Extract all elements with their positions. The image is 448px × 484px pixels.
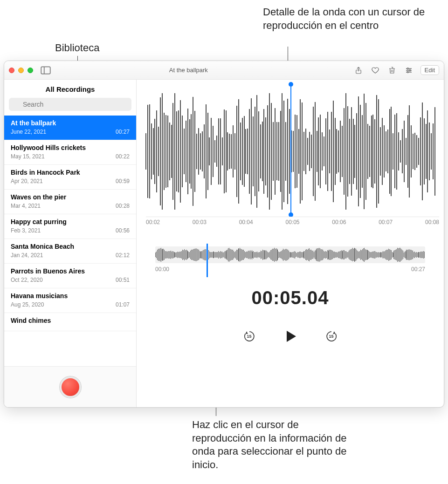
recording-item[interactable]: Birds in Hancock Park Apr 20, 202100:59 bbox=[4, 165, 136, 190]
recording-duration: 00:56 bbox=[116, 227, 130, 234]
playhead-knob-top[interactable] bbox=[289, 82, 293, 87]
recording-date: Feb 3, 2021 bbox=[11, 227, 41, 234]
overview-end-time: 00:27 bbox=[411, 266, 425, 273]
toolbar-right: Edit bbox=[353, 65, 439, 75]
recording-title: Parrots in Buenos Aires bbox=[11, 267, 130, 275]
recording-duration: 00:59 bbox=[116, 178, 130, 184]
sidebar-footer bbox=[4, 366, 136, 407]
sidebar: All Recordings At the ballpark June 22, … bbox=[4, 80, 137, 407]
recording-item[interactable]: Happy cat purring Feb 3, 202100:56 bbox=[4, 214, 136, 239]
favorite-icon[interactable] bbox=[370, 65, 380, 75]
skip-back-amount: 15 bbox=[247, 334, 251, 339]
minimize-window-button[interactable] bbox=[18, 68, 24, 73]
playhead-detail[interactable] bbox=[290, 84, 291, 215]
titlebar: At the ballpark Edit bbox=[4, 61, 444, 80]
svg-point-7 bbox=[409, 69, 410, 71]
recording-duration: 00:27 bbox=[116, 129, 130, 135]
time-tick: 00:02 bbox=[146, 219, 160, 228]
recording-title: Birds in Hancock Park bbox=[11, 169, 130, 176]
skip-back-button[interactable]: 15 bbox=[240, 327, 259, 346]
recording-date: June 22, 2021 bbox=[11, 129, 46, 135]
time-tick: 00:03 bbox=[193, 219, 207, 228]
transport-controls: 15 15 bbox=[137, 327, 444, 346]
settings-sliders-icon[interactable] bbox=[404, 65, 414, 75]
close-window-button[interactable] bbox=[9, 68, 14, 73]
svg-point-8 bbox=[407, 71, 408, 73]
recording-title: Havana musicians bbox=[11, 292, 130, 300]
time-tick: 00:07 bbox=[379, 219, 393, 228]
recording-date: Apr 20, 2021 bbox=[11, 178, 43, 184]
recording-date: Aug 25, 2020 bbox=[11, 301, 44, 308]
skip-forward-amount: 15 bbox=[329, 334, 333, 339]
trash-icon[interactable] bbox=[387, 65, 397, 75]
search-input[interactable] bbox=[9, 98, 131, 111]
recording-item[interactable]: Wind chimes bbox=[4, 313, 136, 331]
recording-title: At the ballpark bbox=[11, 119, 130, 127]
sidebar-header: All Recordings bbox=[4, 80, 136, 98]
recording-duration: 00:22 bbox=[116, 153, 130, 160]
svg-point-6 bbox=[407, 68, 408, 69]
recording-title: Hollywood Hills crickets bbox=[11, 144, 130, 151]
time-tick: 00:06 bbox=[332, 219, 346, 228]
recording-date: Oct 22, 2020 bbox=[11, 277, 43, 283]
recording-title: Santa Monica Beach bbox=[11, 243, 130, 250]
recording-date: May 15, 2021 bbox=[11, 153, 45, 160]
recording-title: Wind chimes bbox=[11, 317, 130, 324]
recording-title: Waves on the pier bbox=[11, 193, 130, 201]
edit-button[interactable]: Edit bbox=[420, 65, 439, 75]
time-tick: 00:05 bbox=[285, 219, 299, 228]
recording-title: Happy cat purring bbox=[11, 218, 130, 225]
recordings-list: At the ballpark June 22, 202100:27Hollyw… bbox=[4, 116, 136, 366]
callout-waveform-detail: Detalle de la onda con un cursor de repr… bbox=[263, 6, 440, 32]
waveform-detail[interactable]: 00:0200:0300:0400:0500:0600:0700:08 bbox=[137, 88, 444, 228]
recording-item[interactable]: Santa Monica Beach Jan 24, 202102:12 bbox=[4, 239, 136, 264]
time-tick: 00:08 bbox=[425, 219, 439, 228]
recording-date: Jan 24, 2021 bbox=[11, 252, 43, 259]
play-button[interactable] bbox=[281, 327, 300, 346]
recording-item[interactable]: Havana musicians Aug 25, 202001:07 bbox=[4, 288, 136, 313]
share-icon[interactable] bbox=[353, 65, 364, 75]
recording-item[interactable]: At the ballpark June 22, 202100:27 bbox=[4, 116, 136, 140]
skip-forward-button[interactable]: 15 bbox=[322, 327, 341, 346]
recording-item[interactable]: Waves on the pier Mar 4, 202100:28 bbox=[4, 190, 136, 214]
callout-library: Biblioteca bbox=[55, 41, 99, 55]
playhead-overview[interactable] bbox=[207, 244, 208, 277]
overview-start-time: 00:00 bbox=[155, 266, 169, 273]
time-tick: 00:04 bbox=[239, 219, 253, 228]
recording-item[interactable]: Parrots in Buenos Aires Oct 22, 202000:5… bbox=[4, 264, 136, 288]
recording-duration: 01:07 bbox=[116, 301, 130, 308]
waveform-overview[interactable]: 00:00 00:27 bbox=[155, 246, 425, 274]
main-panel: 00:0200:0300:0400:0500:0600:0700:08 00:0… bbox=[137, 80, 444, 407]
app-window: At the ballpark Edit All Recordings bbox=[4, 61, 444, 408]
recording-item[interactable]: Hollywood Hills crickets May 15, 202100:… bbox=[4, 140, 136, 165]
callout-playhead-click: Haz clic en el cursor de reproducción en… bbox=[192, 418, 351, 471]
timecode-display: 00:05.04 bbox=[137, 287, 444, 308]
recording-duration: 00:28 bbox=[116, 203, 130, 209]
recording-date: Mar 4, 2021 bbox=[11, 203, 41, 209]
record-button[interactable] bbox=[60, 376, 81, 398]
waveform-time-axis: 00:0200:0300:0400:0500:0600:0700:08 bbox=[146, 217, 439, 228]
recording-duration: 00:51 bbox=[116, 277, 130, 283]
recording-duration: 02:12 bbox=[116, 252, 130, 259]
window-title: At the ballpark bbox=[24, 67, 353, 74]
